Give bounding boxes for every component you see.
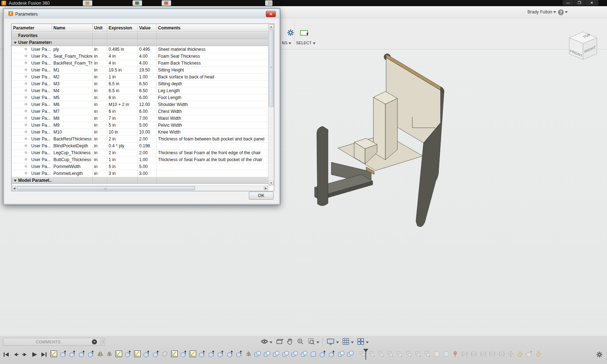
favorite-star-icon[interactable]: ★ (24, 129, 28, 134)
parameter-type-cell[interactable]: User Pa... (30, 136, 52, 143)
parameter-name-cell[interactable]: BlindPocketDepth (52, 143, 93, 150)
parameter-unit-cell[interactable]: in (93, 115, 107, 122)
parameter-value-cell[interactable]: 6.50 (138, 81, 157, 87)
timeline-feature-extrude-icon[interactable] (198, 350, 206, 359)
scroll-up-button[interactable]: ▲ (269, 24, 274, 29)
parameter-comments-cell[interactable]: Foot Length (157, 94, 268, 101)
grid-settings-button[interactable] (341, 338, 355, 347)
dialog-titlebar[interactable]: f Parameters ✕ (4, 9, 279, 19)
parameter-row[interactable]: ★User Pa...M8in7 in7.00Waist Width (12, 115, 268, 122)
timeline-feature-extrude-icon[interactable] (124, 350, 132, 359)
parameter-type-cell[interactable]: User Pa... (30, 67, 52, 74)
chevron-down-icon[interactable] (336, 341, 339, 343)
user-parameters-section-row[interactable]: User Parameters+ (12, 39, 268, 46)
parameter-expression-cell[interactable]: 19.5 in (107, 67, 138, 74)
window-titlebar[interactable]: f Autodesk Fusion 360 — ❐ ✕ (0, 0, 607, 6)
timeline-feature-component-icon[interactable] (405, 350, 413, 359)
timeline-feature-combine-icon[interactable] (300, 350, 308, 359)
favorite-star-icon[interactable]: ★ (24, 46, 28, 52)
timeline-feature-joint-icon[interactable] (479, 350, 487, 359)
chevron-down-icon[interactable] (316, 341, 319, 343)
column-header-unit[interactable]: Unit (93, 24, 107, 32)
horizontal-scrollbar[interactable]: ◀ ||| ▶ (12, 185, 268, 191)
parameter-name-cell[interactable]: M6 (52, 101, 93, 108)
chevron-down-icon[interactable] (351, 341, 354, 343)
timeline-feature-combine-icon[interactable] (254, 350, 262, 359)
zoom-window-button[interactable] (306, 338, 320, 347)
help-menu[interactable]: ? (558, 9, 568, 15)
parameter-value-cell[interactable]: 2.00 (138, 150, 157, 156)
parameter-expression-cell[interactable]: 2 in (107, 150, 138, 156)
parameter-name-cell[interactable]: M8 (52, 115, 93, 122)
vertical-scroll-thumb[interactable]: ≡ (269, 30, 274, 107)
timeline-feature-component-icon[interactable] (424, 350, 432, 359)
parameter-comments-cell[interactable]: Thickness of Seat Foam at the front edge… (157, 150, 268, 156)
timeline-feature-sketch-icon[interactable] (171, 350, 179, 359)
column-header-parameter[interactable]: Parameter (12, 24, 52, 32)
parameter-unit-cell[interactable]: in (93, 122, 107, 129)
look-at-button[interactable] (274, 338, 284, 347)
quick-access-icon[interactable] (162, 0, 171, 6)
quick-access-icon[interactable] (265, 0, 272, 6)
parameter-unit-cell[interactable]: in (93, 108, 107, 115)
parameter-unit-cell[interactable]: in (93, 170, 107, 177)
timeline-feature-combine-icon[interactable] (337, 350, 345, 359)
parameter-expression-cell[interactable]: 0.4 * ply (107, 143, 138, 150)
parameter-comments-cell[interactable]: Back surface to back of head (157, 74, 268, 81)
timeline-position-marker[interactable] (363, 349, 368, 360)
favorite-star-icon[interactable]: ★ (24, 102, 28, 107)
user-account-menu[interactable]: Brady Fulton (527, 9, 556, 15)
parameter-unit-cell[interactable]: in (93, 143, 107, 150)
column-header-expression[interactable]: Expression (107, 24, 138, 32)
viewports-button[interactable] (356, 338, 370, 347)
timeline-feature-mirror-icon[interactable] (106, 350, 114, 359)
parameter-type-cell[interactable]: User Pa... (30, 94, 52, 101)
parameter-comments-cell[interactable] (157, 143, 268, 150)
close-button[interactable]: ✕ (585, 0, 598, 5)
parameter-row[interactable]: ★User Pa...M1in19.5 in19.50Sitting Heigh… (12, 67, 268, 74)
parameter-type-cell[interactable]: User Pa... (30, 60, 52, 67)
timeline-feature-mirror-pattern-icon[interactable] (97, 350, 105, 359)
parameter-comments-cell[interactable]: Sheet material thickness (157, 46, 268, 53)
timeline-feature-body-icon[interactable] (433, 350, 441, 359)
parameter-row[interactable]: ★User Pa...M3in6.5 in6.50Sitting depth (12, 81, 268, 87)
parameter-name-cell[interactable]: M7 (52, 108, 93, 115)
favorite-star-icon[interactable]: ★ (24, 122, 28, 127)
parameter-expression-cell[interactable]: 10 in (107, 129, 138, 136)
parameter-comments-cell[interactable]: Leg Length (157, 87, 268, 94)
scroll-right-button[interactable]: ▶ (264, 186, 268, 190)
chevron-down-icon[interactable] (270, 341, 272, 343)
parameter-name-cell[interactable]: M5 (52, 94, 93, 101)
parameter-type-cell[interactable]: User Pa... (30, 46, 52, 53)
play-button[interactable] (31, 351, 38, 358)
parameter-expression-cell[interactable]: 3 in (107, 170, 138, 177)
comments-bar[interactable]: COMMENTS + (3, 338, 100, 346)
timeline-feature-pin-icon[interactable] (452, 350, 460, 359)
parameter-type-cell[interactable]: User Pa... (30, 163, 52, 170)
add-comment-icon[interactable]: + (92, 339, 97, 344)
timeline-feature-sketch-icon[interactable] (189, 350, 197, 359)
parameter-value-cell[interactable]: 7.00 (138, 115, 157, 122)
parameter-unit-cell[interactable]: in (93, 60, 107, 67)
timeline-feature-joint-icon[interactable] (498, 350, 506, 359)
parameter-comments-cell[interactable]: Knee Width (157, 129, 268, 136)
parameter-expression-cell[interactable]: 2 in (107, 136, 138, 143)
parameter-comments-cell[interactable] (157, 170, 268, 177)
favorite-star-icon[interactable]: ★ (24, 136, 28, 141)
parameter-unit-cell[interactable]: in (93, 81, 107, 87)
parameter-name-cell[interactable]: M3 (52, 81, 93, 87)
parameter-comments-cell[interactable] (157, 163, 268, 170)
parameter-type-cell[interactable]: User Pa... (30, 74, 52, 81)
favorite-star-icon[interactable]: ★ (24, 109, 28, 114)
parameter-row[interactable]: ★User Pa...M9in5 in5.00Pelvic Width (12, 122, 268, 129)
favorite-star-icon[interactable]: ★ (24, 171, 28, 176)
parameter-name-cell[interactable]: BackRestThickness (52, 136, 93, 143)
timeline-feature-component-icon[interactable] (396, 350, 404, 359)
parameter-expression-cell[interactable]: 6.5 in (107, 87, 138, 94)
parameter-unit-cell[interactable]: in (93, 94, 107, 101)
chair-3d-model[interactable] (305, 49, 450, 242)
parameter-value-cell[interactable]: 0.495 (138, 46, 157, 53)
parameter-comments-cell[interactable]: Thickness of Seat Foam at the butt pocke… (157, 156, 268, 163)
timeline-feature-chamfer-icon[interactable] (161, 350, 169, 359)
parameter-unit-cell[interactable]: in (93, 156, 107, 163)
